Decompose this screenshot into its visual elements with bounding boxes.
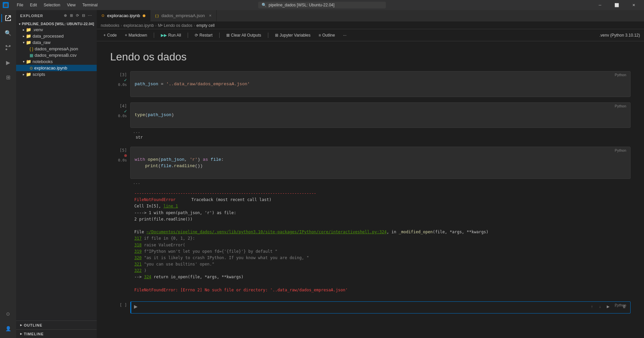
toolbar-sep-3 xyxy=(219,33,220,38)
close-button[interactable]: ✕ xyxy=(626,0,641,10)
minimize-button[interactable]: ─ xyxy=(592,0,608,10)
cell-empty-number: [ ] xyxy=(110,303,127,307)
tree-root[interactable]: ▾ PIPELINE_DADOS [WSL: UBUNTU-22.04] xyxy=(16,21,97,27)
toolbar-sep-2 xyxy=(188,33,188,38)
collapse-icon[interactable]: ⊟ xyxy=(81,13,86,18)
menu-view[interactable]: View xyxy=(64,2,78,8)
maximize-button[interactable]: ⬜ xyxy=(609,0,625,10)
add-markdown-button[interactable]: + Markdown xyxy=(122,32,150,39)
json-file-icon: { } xyxy=(30,47,33,51)
account-activity-icon[interactable]: 👤 xyxy=(1,322,15,335)
error-arrow-line-1: ----> 1 with open(path_json, 'r') as fil… xyxy=(134,210,627,216)
kernel-info[interactable]: .venv (Python 3.10.12) xyxy=(599,33,640,38)
menu-edit[interactable]: Edit xyxy=(27,2,40,8)
notebook-panel: Lendo os dados [3] ✓ 0.0s Python path_js… xyxy=(97,41,644,338)
svg-point-0 xyxy=(6,49,7,50)
expand-icon: ▾ xyxy=(23,60,25,63)
new-file-icon[interactable]: ⊕ xyxy=(63,13,68,18)
tab-modified-dot xyxy=(143,14,145,17)
add-code-button[interactable]: + Code xyxy=(101,32,120,39)
source-control-activity-icon[interactable] xyxy=(1,41,15,54)
tab-close-icon[interactable]: ✕ xyxy=(209,14,212,17)
error-code-320[interactable]: 320 "as it is likely to crash IPython. I… xyxy=(134,255,627,261)
data-processed-label: data_processed xyxy=(33,34,64,39)
cell-empty-toolbar: ↑ ↓ ▶ ··· 🗑 xyxy=(589,303,628,310)
error-code-317[interactable]: 317 if file in {0, 1, 2}: xyxy=(134,235,627,242)
menu-file[interactable]: File xyxy=(14,2,26,8)
extensions-activity-icon[interactable]: ⊞ xyxy=(1,70,15,84)
error-code-319[interactable]: 319 f"IPython won't let you open fd={'{f… xyxy=(134,248,627,255)
tree-item-json[interactable]: { } dados_empresaA.json xyxy=(16,46,97,52)
tree-item-notebooks[interactable]: ▾ 📁 notebooks xyxy=(16,58,97,65)
run-cell-icon[interactable]: ▶ xyxy=(134,304,138,309)
error-code-318[interactable]: 318 raise ValueError( xyxy=(134,242,627,248)
search-activity-icon[interactable]: 🔍 xyxy=(1,26,15,40)
cell-move-up-icon[interactable]: ↑ xyxy=(589,303,595,310)
outline-header[interactable]: ▸ OUTLINE xyxy=(16,321,97,329)
cell-3-gutter: [3] ✓ 0.0s xyxy=(110,71,130,97)
cell-3-body[interactable]: Python path_json = '..data_raw/dados_emp… xyxy=(130,71,631,97)
tree-item-scripts[interactable]: ▸ 📁 scripts xyxy=(16,71,97,78)
main-layout: 🔍 ▶ ⊞ ⊙ 👤 EXPLORER ⊕ ⊞ ⟳ ⊟ ··· ▾ PIP xyxy=(0,10,644,338)
bc-file[interactable]: exploracao.ipynb xyxy=(123,23,154,28)
clear-outputs-button[interactable]: ⊠ Clear All Outputs xyxy=(224,32,264,39)
cell-4-output: ··· str xyxy=(130,129,631,141)
cell-empty-gutter: [ ] xyxy=(110,301,130,313)
explorer-activity-icon[interactable] xyxy=(1,11,15,25)
error-separator: ----------------------------------------… xyxy=(134,190,627,197)
outline-button[interactable]: ≡ Outline xyxy=(316,32,338,39)
run-all-button[interactable]: ▶▶ Run All xyxy=(158,32,184,39)
csv-file-label: dados_empresaB.csv xyxy=(35,53,77,58)
testing-activity-icon[interactable]: ⊙ xyxy=(1,307,15,321)
more-toolbar-button[interactable]: ··· xyxy=(340,32,349,39)
folder-icon: 📁 xyxy=(26,34,31,39)
tree-item-data-raw[interactable]: ▾ 📁 data_raw xyxy=(16,39,97,46)
tree-item-venv[interactable]: ▸ 📁 .venv xyxy=(16,27,97,33)
error-code-321[interactable]: 321 "you can use builtins' open." xyxy=(134,261,627,268)
menu-selection[interactable]: Selection xyxy=(41,2,63,8)
cell-empty-container: Python ▶ ↑ ↓ ▶ ··· 🗑 xyxy=(130,301,631,313)
cell-4-status: ✓ xyxy=(110,108,127,114)
error-arrow-line-2: 2 print(file.readline()) xyxy=(134,216,627,223)
run-all-icon: ▶▶ xyxy=(161,33,167,38)
restart-icon: ⟳ xyxy=(195,33,198,38)
run-activity-icon[interactable]: ▶ xyxy=(1,56,15,69)
restart-button[interactable]: ⟳ Restart xyxy=(192,32,215,39)
new-folder-icon[interactable]: ⊞ xyxy=(69,13,74,18)
tab-exploracao[interactable]: ⊙ exploracao.ipynb xyxy=(97,10,150,21)
ipynb-file-icon: ⊙ xyxy=(30,66,33,70)
cell-delete-icon[interactable]: 🗑 xyxy=(621,303,628,310)
refresh-icon[interactable]: ⟳ xyxy=(75,13,80,18)
error-code-322[interactable]: 322 ) xyxy=(134,268,627,274)
cell-more-icon[interactable]: ··· xyxy=(613,303,619,310)
bc-notebooks[interactable]: notebooks xyxy=(101,23,119,28)
clear-icon: ⊠ xyxy=(226,33,230,38)
search-bar[interactable]: 🔍 pipeline_dados [WSL: Ubuntu-22.04] xyxy=(258,2,386,8)
timeline-header[interactable]: ▸ TIMELINE xyxy=(16,330,97,338)
notebook-toolbar: + Code + Markdown ▶▶ Run All ⟳ Restart ⊠… xyxy=(97,29,644,41)
cell-empty-body[interactable]: Python ▶ ↑ ↓ ▶ ··· 🗑 xyxy=(130,301,631,313)
cell-5-lang: Python xyxy=(615,148,626,152)
variables-button[interactable]: ⊞ Jupyter Variables xyxy=(272,32,313,39)
cell-4-body[interactable]: Python type(path_json) xyxy=(130,102,631,128)
cell-4-output-str: str xyxy=(133,135,628,140)
cell-4-container: Python type(path_json) ··· str xyxy=(130,102,631,142)
error-file-line: File ~/Documentos/pipeline_dados/.venv/l… xyxy=(134,229,627,235)
notebooks-label: notebooks xyxy=(33,59,53,64)
tree-item-data-processed[interactable]: ▸ 📁 data_processed xyxy=(16,33,97,39)
add-code-label: Code xyxy=(107,33,117,38)
cell-move-down-icon[interactable]: ↓ xyxy=(597,303,603,310)
more-actions-icon[interactable]: ··· xyxy=(87,13,93,18)
cell-5-body[interactable]: Python with open(path_json, 'r') as file… xyxy=(130,147,631,179)
tree-item-ipynb[interactable]: ⊙ exploracao.ipynb xyxy=(16,65,97,71)
error-cell-ref[interactable]: Cell In[5], line 1 xyxy=(134,203,627,209)
csv-file-icon: ▦ xyxy=(30,53,33,58)
tab-json[interactable]: { } dados_empresaA.json ✕ xyxy=(150,10,217,21)
tree-item-csv[interactable]: ▦ dados_empresaB.csv xyxy=(16,52,97,58)
cell-4-output-dots: ··· xyxy=(133,131,628,135)
bc-section[interactable]: M• Lendo os dados xyxy=(158,23,192,28)
error-block: ----------------------------------------… xyxy=(130,188,631,296)
cell-5-output: ··· ------------------------------------… xyxy=(130,180,631,296)
menu-terminal[interactable]: Terminal xyxy=(80,2,100,8)
cell-run-icon[interactable]: ▶ xyxy=(605,303,611,310)
